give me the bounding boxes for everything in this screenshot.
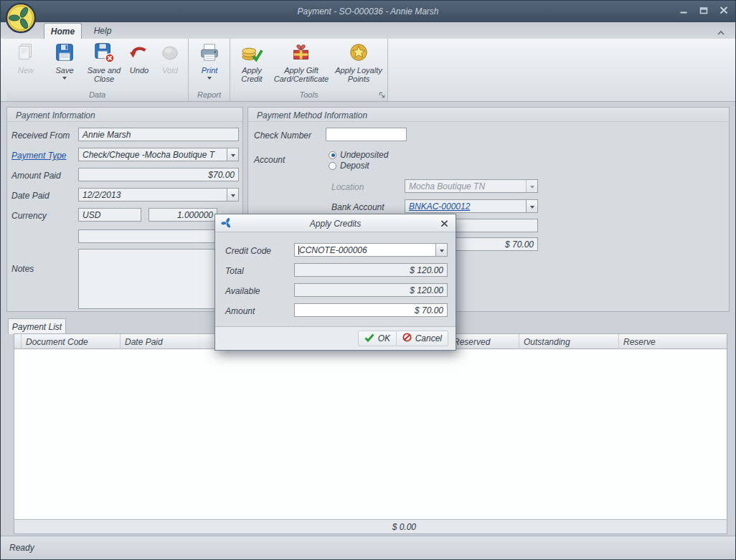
print-icon <box>199 42 220 65</box>
dialog-amount-field[interactable]: $ 70.00 <box>294 303 448 317</box>
location-label: Location <box>331 182 364 192</box>
cancel-icon <box>402 333 412 344</box>
window-title: Payment - SO-000036 - Annie Marsh <box>1 6 735 16</box>
app-window: Payment - SO-000036 - Annie Marsh Home H… <box>0 0 736 560</box>
grid-total: $ 0.00 <box>341 522 416 532</box>
currency-field[interactable]: USD <box>78 208 141 222</box>
print-dropdown-icon <box>207 77 212 80</box>
date-paid-label: Date Paid <box>11 191 49 201</box>
ribbon-group-report: Print Report <box>189 39 230 101</box>
column-outstanding[interactable]: Outstanding <box>519 334 619 349</box>
maximize-button[interactable] <box>699 6 708 14</box>
tab-home-label: Home <box>51 27 75 37</box>
dialog-total-label: Total <box>225 266 244 276</box>
print-button[interactable]: Print <box>192 42 227 90</box>
ribbon-tabs: Home Help <box>1 22 735 39</box>
status-text: Ready <box>9 543 34 553</box>
bank-account-dropdown-icon[interactable] <box>526 200 537 212</box>
grid-footer: $ 0.00 <box>14 519 727 533</box>
new-button: New <box>10 42 42 90</box>
minimize-button[interactable] <box>679 6 688 14</box>
location-combo: Mocha Boutique TN <box>405 179 538 193</box>
close-button[interactable] <box>720 6 728 14</box>
account-label: Account <box>254 155 285 165</box>
ribbon-group-data: New Save Save and Close Undo Void Data <box>6 39 189 101</box>
date-paid-dropdown-icon[interactable] <box>227 189 238 201</box>
bank-account-combo[interactable]: BNKAC-000012 <box>405 199 538 213</box>
ok-button[interactable]: OK <box>358 331 397 346</box>
exchange-rate-field[interactable]: 1.000000 <box>148 208 217 222</box>
void-button-label: Void <box>162 66 178 75</box>
currency-label: Currency <box>11 211 47 221</box>
save-and-close-icon <box>93 42 115 65</box>
check-number-field[interactable] <box>326 128 407 141</box>
grid-indicator-column <box>14 334 22 349</box>
payment-information-group: Payment Information Received From Annie … <box>6 107 243 312</box>
date-paid-combo[interactable]: 12/2/2013 <box>78 188 239 201</box>
apply-loyalty-points-button-label: Apply Loyalty Points <box>332 66 385 83</box>
column-reserved[interactable]: Reserved <box>449 334 519 349</box>
window-controls <box>679 6 728 14</box>
apply-gift-card-button-label: Apply Gift Card/Certificate <box>270 66 332 83</box>
ribbon: New Save Save and Close Undo Void Data <box>1 39 735 102</box>
column-document-code[interactable]: Document Code <box>22 334 121 349</box>
save-button[interactable]: Save <box>48 42 81 90</box>
apply-credit-button-label: Apply Credit <box>234 66 270 83</box>
dialog-available-field: $ 120.00 <box>294 283 448 297</box>
ribbon-collapse-button[interactable] <box>717 28 725 38</box>
credit-code-combo[interactable]: CCNOTE-000006 <box>294 243 448 257</box>
dialog-button-bar: OK Cancel <box>215 326 456 350</box>
save-and-close-button[interactable]: Save and Close <box>83 42 125 90</box>
dialog-title: Apply Credits <box>215 219 456 229</box>
ribbon-group-tools: Apply Credit Apply Gift Card/Certificate… <box>230 39 388 101</box>
undo-button[interactable]: Undo <box>124 42 154 90</box>
status-bar: Ready <box>1 536 735 559</box>
apply-gift-card-button[interactable]: Apply Gift Card/Certificate <box>270 42 332 90</box>
titlebar: Payment - SO-000036 - Annie Marsh <box>1 1 735 22</box>
check-number-label: Check Number <box>254 130 311 141</box>
column-reserve[interactable]: Reserve <box>619 334 727 349</box>
apply-credits-dialog: Apply Credits Credit Code CCNOTE-000006 … <box>214 214 456 351</box>
ok-check-icon <box>364 333 374 344</box>
new-button-label: New <box>18 66 34 75</box>
location-dropdown-icon <box>526 180 537 192</box>
undo-button-label: Undo <box>130 66 148 75</box>
ribbon-group-tools-label: Tools <box>230 90 387 101</box>
credit-code-label: Credit Code <box>225 246 271 256</box>
dialog-close-button[interactable] <box>440 219 448 229</box>
apply-loyalty-points-button[interactable]: Apply Loyalty Points <box>332 42 385 90</box>
payment-type-combo[interactable]: Check/Cheque -Mocha Boutique T <box>78 148 239 161</box>
dialog-available-label: Available <box>225 286 260 296</box>
payment-type-link[interactable]: Payment Type <box>11 151 66 161</box>
app-logo-icon[interactable] <box>5 2 37 36</box>
amount-paid-field[interactable]: $70.00 <box>78 168 239 181</box>
radio-selected-icon <box>329 151 336 159</box>
payment-method-title: Payment Method Information <box>248 108 729 122</box>
cancel-button[interactable]: Cancel <box>396 331 448 346</box>
apply-gift-card-icon <box>290 42 313 65</box>
bank-account-label: Bank Account <box>331 202 384 212</box>
tab-help[interactable]: Help <box>87 23 118 39</box>
ribbon-group-report-label: Report <box>189 90 230 101</box>
new-icon <box>15 42 37 65</box>
account-undeposited-radio[interactable]: Undeposited <box>329 150 388 160</box>
dialog-total-field: $ 120.00 <box>294 263 448 277</box>
account-deposit-radio[interactable]: Deposit <box>329 161 369 171</box>
save-dropdown-icon <box>62 77 67 80</box>
void-button: Void <box>154 42 186 90</box>
save-and-close-button-label: Save and Close <box>83 66 125 83</box>
ribbon-group-data-label: Data <box>6 90 188 101</box>
payment-information-title: Payment Information <box>7 108 242 122</box>
tab-payment-list[interactable]: Payment List <box>8 318 66 334</box>
tab-home[interactable]: Home <box>44 23 82 39</box>
tab-help-label: Help <box>94 26 112 36</box>
payment-type-dropdown-icon[interactable] <box>227 148 238 161</box>
received-from-field[interactable]: Annie Marsh <box>78 128 239 141</box>
dialog-amount-label: Amount <box>225 306 255 316</box>
credit-code-dropdown-icon[interactable] <box>435 244 447 256</box>
print-button-label: Print <box>202 66 218 75</box>
dialog-titlebar[interactable]: Apply Credits <box>215 214 456 232</box>
apply-credit-button[interactable]: Apply Credit <box>234 42 270 90</box>
tools-dialog-launcher-icon[interactable] <box>379 91 385 100</box>
column-date-paid[interactable]: Date Paid <box>121 334 217 349</box>
